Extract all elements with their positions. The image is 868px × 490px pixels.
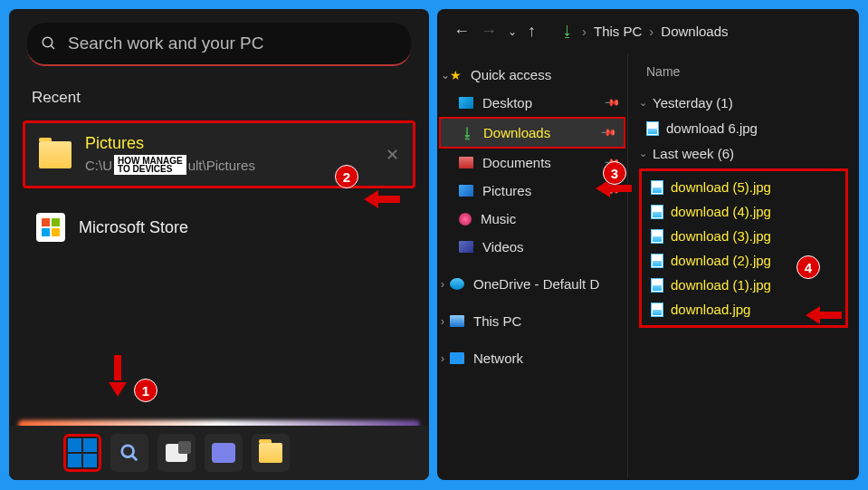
image-file-icon: [651, 303, 663, 317]
file-name: download (2).jpg: [671, 253, 771, 268]
file-group: download (5).jpgdownload (4).jpgdownload…: [639, 168, 848, 328]
music-icon: [459, 213, 472, 226]
file-row[interactable]: download (5).jpg: [644, 175, 844, 199]
search-icon: [41, 35, 57, 52]
nav-quick-access[interactable]: ⌄ ★ Quick access: [437, 61, 627, 89]
taskbar-area: [9, 408, 429, 480]
file-row[interactable]: download (4).jpg: [644, 199, 844, 224]
search-placeholder: Search work and your PC: [68, 34, 264, 53]
image-file-icon: [651, 180, 663, 195]
annotation-badge-2: 2: [335, 165, 358, 188]
chevron-down-icon: ⌄: [441, 69, 450, 82]
annotation-arrow-left: [796, 306, 820, 324]
annotation-badge-3: 3: [603, 161, 626, 185]
nav-videos[interactable]: Videos: [437, 233, 627, 261]
svg-line-3: [132, 456, 138, 461]
nav-desktop[interactable]: Desktop 📌: [437, 89, 627, 117]
nav-onedrive[interactable]: › OneDrive - Default D: [437, 270, 627, 298]
image-file-icon: [651, 254, 663, 268]
nav-music[interactable]: Music: [437, 205, 627, 233]
svg-point-0: [43, 37, 52, 47]
nav-forward-icon[interactable]: →: [481, 22, 497, 41]
chevron-right-icon: ›: [441, 352, 444, 365]
recent-path: C:\U HOW MANAGE TO DEVICES ult\Pictures: [85, 155, 255, 175]
chevron-down-icon: ⌄: [639, 97, 647, 109]
chevron-right-icon: ›: [441, 315, 444, 328]
chevron-right-icon: ›: [649, 24, 653, 39]
file-explorer-panel: ← → ⌄ ↑ ⭳ › This PC › Downloads ⌄ ★ Quic…: [437, 9, 859, 480]
explorer-toolbar: ← → ⌄ ↑ ⭳ › This PC › Downloads: [437, 9, 859, 53]
folder-icon: [259, 443, 282, 463]
file-row[interactable]: download 6.jpg: [639, 116, 848, 140]
file-group: download 6.jpg: [639, 116, 848, 140]
nav-downloads[interactable]: ⭳ Downloads 📌: [439, 117, 625, 149]
image-file-icon: [646, 121, 659, 136]
nav-documents[interactable]: Documents 📌: [437, 149, 627, 177]
start-menu-panel: Search work and your PC Recent Pictures …: [9, 9, 429, 480]
nav-back-icon[interactable]: ←: [453, 22, 470, 41]
chevron-down-icon[interactable]: ⌄: [508, 25, 517, 38]
group-header[interactable]: ⌄Last week (6): [639, 140, 848, 167]
file-name: download.jpg: [671, 302, 750, 317]
taskbar-search-button[interactable]: [110, 434, 148, 472]
store-label: Microsoft Store: [79, 218, 188, 237]
network-icon: [450, 352, 464, 364]
file-name: download (3).jpg: [671, 228, 771, 244]
search-icon: [119, 443, 139, 463]
watermark-logo: HOW MANAGE TO DEVICES: [114, 155, 186, 175]
videos-icon: [459, 241, 473, 253]
task-view-button[interactable]: [157, 434, 196, 472]
star-icon: ★: [450, 68, 462, 82]
chat-icon: [212, 443, 235, 463]
breadcrumb-thispc[interactable]: This PC: [594, 24, 642, 39]
image-file-icon: [651, 278, 663, 293]
desktop-icon: [459, 97, 473, 109]
file-explorer-button[interactable]: [252, 434, 290, 472]
breadcrumb[interactable]: ⭳ › This PC › Downloads: [560, 24, 729, 40]
download-arrow-icon: ⭳: [560, 24, 575, 40]
chevron-right-icon: ›: [441, 278, 444, 291]
nav-up-icon[interactable]: ↑: [528, 22, 536, 41]
search-box[interactable]: Search work and your PC: [27, 23, 411, 66]
documents-icon: [459, 157, 473, 168]
navigation-pane: ⌄ ★ Quick access Desktop 📌 ⭳ Downloads 📌…: [437, 53, 627, 477]
chevron-down-icon: ⌄: [639, 148, 647, 159]
file-list-pane: Name ⌄Yesterday (1)download 6.jpg⌄Last w…: [627, 53, 859, 477]
nav-thispc[interactable]: › This PC: [437, 307, 627, 335]
annotation-arrow-down: [109, 382, 127, 406]
image-file-icon: [651, 229, 663, 244]
microsoft-store-icon: [36, 213, 65, 242]
svg-line-1: [51, 45, 54, 49]
file-name: download (1).jpg: [671, 277, 771, 293]
file-name: download 6.jpg: [666, 120, 758, 136]
svg-point-2: [122, 446, 134, 457]
recent-item-store[interactable]: Microsoft Store: [23, 202, 415, 253]
annotation-badge-1: 1: [134, 379, 157, 402]
group-header[interactable]: ⌄Yesterday (1): [639, 90, 848, 116]
start-button[interactable]: [63, 434, 101, 472]
download-arrow-icon: ⭳: [461, 125, 474, 140]
recent-title: Pictures: [85, 134, 255, 153]
annotation-badge-4: 4: [796, 255, 820, 279]
group-label: Last week (6): [653, 146, 734, 161]
cloud-icon: [450, 278, 464, 290]
file-name: download (4).jpg: [671, 204, 771, 219]
nav-network[interactable]: › Network: [437, 344, 627, 372]
close-icon[interactable]: ✕: [386, 145, 399, 165]
group-label: Yesterday (1): [653, 95, 733, 110]
annotation-arrow-left: [355, 190, 378, 208]
chevron-right-icon: ›: [582, 24, 587, 39]
task-view-icon: [166, 444, 187, 462]
taskbar: [9, 426, 429, 480]
chat-button[interactable]: [205, 434, 243, 472]
image-file-icon: [651, 205, 663, 219]
file-name: download (5).jpg: [671, 179, 771, 195]
recent-heading: Recent: [32, 89, 406, 107]
file-row[interactable]: download (3).jpg: [644, 224, 844, 248]
pc-icon: [450, 315, 464, 327]
recent-text: Pictures C:\U HOW MANAGE TO DEVICES ult\…: [85, 134, 255, 175]
breadcrumb-downloads[interactable]: Downloads: [661, 24, 728, 39]
column-header-name[interactable]: Name: [639, 61, 848, 90]
windows-logo-icon: [68, 438, 97, 467]
folder-icon: [39, 141, 72, 168]
